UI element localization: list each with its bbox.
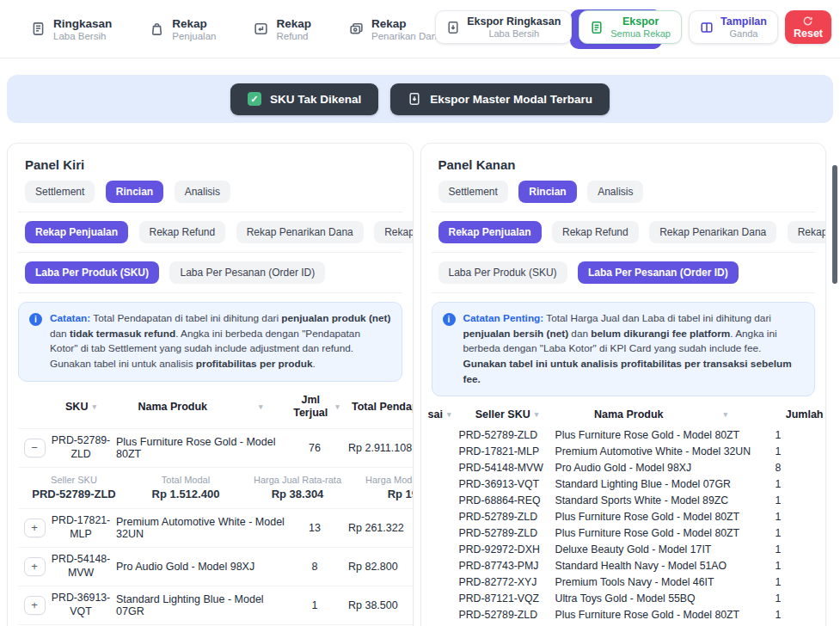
export-summary-button[interactable]: Ekspor Ringkasan Laba Bersih [435,10,572,44]
column-header-sku[interactable]: SKU▾ [51,401,111,413]
tab-rincian[interactable]: Rincian [518,181,576,203]
withdraw-icon [349,21,364,36]
expand-row-button[interactable]: + [24,519,46,537]
expand-cell: + [18,519,51,537]
tab-rekap-refund[interactable]: Rekap Refund [552,221,639,243]
reset-button[interactable]: Reset [785,10,831,44]
button-label: Ekspor Master Modal Terbaru [430,93,592,106]
tab-rekap-penarikan-dana[interactable]: Rekap Penarikan Dana [236,221,364,243]
tab-settlement[interactable]: Settlement [25,181,95,203]
product-name-cell: Pro Audio Gold - Model 98XJ [111,561,290,573]
tab-rekap-penarikan-dana[interactable]: Rekap Penarikan Dana [649,221,776,243]
qty-cell: 8 [290,561,340,573]
qty-cell: 1 [290,599,340,611]
tab-analisis[interactable]: Analisis [175,181,230,203]
tab-settlement[interactable]: Settlement [438,181,508,203]
note-segment: dan [50,328,70,340]
note-segment: dan [568,328,591,340]
sku-unknown-button[interactable]: ✓ SKU Tak Dikenal [230,83,378,115]
tab-rekap-refund[interactable]: Rekap Refund [254,17,311,41]
left-table: SKU▾ Nama Produk▾ Jml Terjual▾ Total Pen… [18,390,414,626]
product-name-cell: Plus Furniture Rose Gold - Model 80ZT [555,609,767,621]
qty-cell: 1 [767,445,824,457]
detail-value: PRD-52789-ZLD [18,488,130,500]
qty-cell: 1 [767,560,824,572]
download-document-icon [446,21,460,34]
product-name-cell: Plus Furniture Rose Gold - Model 80ZT [555,511,767,523]
note-section: i Catatan Penting: Total Harga Jual dan … [432,292,816,396]
seller-sku-cell: PRD-92972-DXH [459,543,555,555]
product-name-cell: Standard Health Navy - Model 51AO [555,560,767,572]
qty-cell: 1 [767,527,824,539]
vertical-scrollbar[interactable] [832,165,837,284]
tab-rekap-penarikan-dana[interactable]: Rekap Penarikan Dana [349,17,442,41]
column-header-jml-terjual[interactable]: Jml Terjual▾ [290,394,340,420]
panel-title: Panel Kanan [438,157,816,172]
tab-rincian[interactable]: Rincian [106,181,163,203]
sort-icon: ▾ [259,402,263,411]
action-band: ✓ SKU Tak Dikenal Ekspor Master Modal Te… [7,75,833,123]
tab-rekap-penjualan[interactable]: Rekap Penjualan [25,221,128,243]
app-window: Ringkasan Laba Bersih Rekap Penjualan [0,0,840,626]
tab-rekap-penjualan[interactable]: Rekap Penjualan [438,221,542,243]
qty-cell: 8 [767,462,824,474]
expand-row-button[interactable]: + [24,596,46,615]
sku-cell: PRD-52789-ZLD [51,434,111,462]
tab-ringkasan-laba-bersih[interactable]: Ringkasan Laba Bersih [31,17,112,41]
seller-sku-cell: PRD-68864-REQ [459,494,555,506]
expand-row-button[interactable]: + [24,557,46,576]
note-segment: Catatan Penting: [463,312,544,324]
export-master-modal-button[interactable]: Ekspor Master Modal Terbaru [390,83,610,115]
panel-kiri: Panel Kiri Settlement Rincian Analisis R… [7,143,414,626]
collapse-row-button[interactable]: − [24,439,46,457]
tab-laba-per-produk[interactable]: Laba Per Produk (SKU) [25,261,159,284]
qty-cell: 1 [767,592,824,605]
table-row: PRD-92972-DXHDeluxe Beauty Gold - Model … [428,541,827,557]
right-table-header: sai▾ Seller SKU▾ Nama Produk▾ Jumlah [428,405,827,427]
tab-subtitle: Penarikan Dana [371,31,442,41]
note-segment: profitabilitas per produk [196,358,313,370]
note-segment: Total Pendapatan di tabel ini dihitung d… [90,312,281,324]
column-header-nama-produk[interactable]: Nama Produk▾ [111,401,290,413]
button-subtitle: Laba Bersih [467,28,561,39]
view-tabs: Laba Per Produk (SKU) Laba Per Pesanan (… [432,252,816,292]
table-row: PRD-86764-LOLProfessional Outdoor Green … [428,623,827,626]
seller-sku-cell: PRD-52789-ZLD [459,429,555,441]
expanded-detail-item: Seller SKUPRD-52789-ZLD [18,475,130,500]
qty-cell: 1 [767,494,824,506]
note-text: Catatan: Total Pendapatan di tabel ini d… [50,311,391,372]
note-segment: . [313,358,316,370]
column-header-truncated[interactable]: sai▾ [428,408,459,420]
product-name-cell: Standard Sports White - Model 89ZC [555,494,767,506]
note-segment: penjualan produk (net) [281,312,390,324]
expanded-detail-row: Seller SKUPRD-52789-ZLDTotal ModalRp 1.5… [18,467,414,508]
tab-rekap-penjualan[interactable]: Rekap Penjualan [150,17,216,41]
expand-cell: + [18,596,51,615]
right-table: sai▾ Seller SKU▾ Nama Produk▾ Jumlah PRD… [428,405,827,626]
tab-laba-per-produk[interactable]: Laba Per Produk (SKU) [438,261,567,284]
tab-subtitle: Refund [276,31,311,41]
tab-laba-per-pesanan[interactable]: Laba Per Pesanan (Order ID) [578,261,739,284]
tab-rekap-rincian[interactable]: Rekap Rincian [374,221,413,243]
detail-value: Rp 1.512.400 [130,488,242,500]
export-all-button[interactable]: Ekspor Semua Rekap [579,10,682,44]
table-row: PRD-52789-ZLDPlus Furniture Rose Gold - … [428,606,827,623]
column-header-jumlah[interactable]: Jumlah [767,408,824,420]
tab-subtitle: Laba Bersih [53,31,112,41]
button-subtitle: Ganda [720,28,767,39]
view-mode-button[interactable]: Tampilan Ganda [689,10,778,44]
sku-cell: PRD-17821-MLP [51,514,111,542]
table-row: PRD-36913-VQTStandard Lighting Blue - Mo… [428,476,827,492]
rekap-tabs: Rekap Penjualan Rekap Refund Rekap Penar… [18,212,402,252]
product-name-cell: Plus Furniture Rose Gold - Model 80ZT [111,436,290,460]
tab-laba-per-pesanan[interactable]: Laba Per Pesanan (Order ID) [169,261,325,284]
column-header-total-pendapatan[interactable]: Total Pendapatan [340,401,414,413]
tab-rekap-rincian[interactable]: Rekap Rincian [788,221,826,243]
note-segment: tidak termasuk refund [70,328,175,340]
note-segment: belum dikurangi fee platform [591,328,730,340]
column-header-nama-produk[interactable]: Nama Produk▾ [555,408,767,420]
column-header-seller-sku[interactable]: Seller SKU▾ [459,408,555,420]
tab-rekap-refund[interactable]: Rekap Refund [139,221,226,243]
tab-analisis[interactable]: Analisis [587,181,643,203]
panel-kanan: Panel Kanan Settlement Rincian Analisis … [420,143,827,626]
